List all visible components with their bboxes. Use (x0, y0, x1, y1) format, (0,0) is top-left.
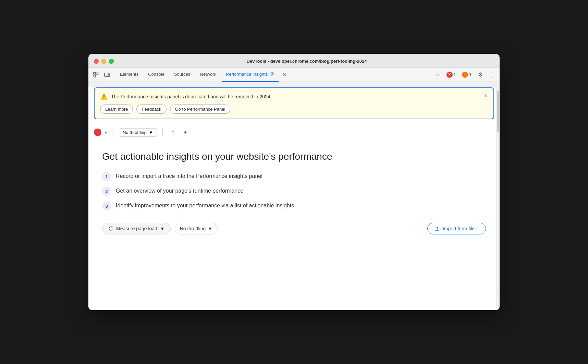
throttle2-dropdown[interactable]: No throttling ▼ (175, 223, 218, 234)
list-item: 2 Get an overview of your page's runtime… (102, 186, 486, 196)
step-number-1: 1 (102, 172, 111, 181)
window-title: DevTools - developer.chrome.com/blog/per… (119, 59, 494, 64)
banner-message-row: ⚠️ The Performance Insights panel is dep… (100, 93, 488, 100)
import-from-file-button[interactable]: Import from file... (427, 223, 486, 234)
banner-buttons-row: Learn more Feedback Go to Performance Pa… (100, 105, 488, 114)
error-icon: ✕ (446, 72, 453, 78)
toolbar-icon-group (91, 70, 112, 80)
more-tabs-icon[interactable]: » (433, 70, 442, 80)
error-count: 1 (454, 72, 456, 77)
error-badge-button[interactable]: ✕ 1 (444, 71, 458, 78)
import-export-buttons (168, 128, 190, 137)
learn-more-button[interactable]: Learn more (100, 105, 133, 114)
import-label: Import from file... (443, 226, 479, 231)
warning-icon: ! (462, 72, 468, 78)
warning-triangle-icon: ⚠️ (100, 93, 108, 100)
throttle2-label: No throttling (180, 226, 206, 231)
devtools-content-wrapper: ⚠️ The Performance Insights panel is dep… (88, 87, 500, 310)
measure-page-load-button[interactable]: Measure page load ▼ (102, 223, 171, 234)
step-number-2: 2 (102, 187, 111, 196)
svg-rect-2 (105, 73, 108, 76)
throttle-arrow-icon: ▼ (149, 130, 153, 135)
measure-arrow-icon: ▼ (160, 226, 165, 231)
devtools-window: DevTools - developer.chrome.com/blog/per… (88, 54, 500, 310)
maximize-button[interactable] (109, 59, 114, 64)
warning-badge-button[interactable]: ! 1 (460, 71, 474, 78)
step-text-2: Get an overview of your page's runtime p… (116, 186, 243, 195)
divider (113, 128, 113, 136)
minimize-button[interactable] (101, 59, 106, 64)
tab-console[interactable]: Console (144, 68, 169, 82)
tab-elements[interactable]: Elements (116, 68, 143, 82)
performance-insights-icon: ⚗ (270, 71, 274, 77)
banner-close-button[interactable]: × (482, 92, 490, 100)
banner-text: The Performance Insights panel is deprec… (111, 94, 272, 99)
toolbar-right-group: » ✕ 1 ! 1 ⚙ ⋮ (433, 70, 497, 80)
svg-rect-3 (108, 74, 110, 76)
bottom-controls: Measure page load ▼ No throttling ▼ Impo… (102, 223, 486, 234)
record-button[interactable] (94, 129, 101, 136)
recording-bar: ▼ No throttling ▼ (88, 125, 500, 140)
devtools-content: ⚠️ The Performance Insights panel is dep… (88, 87, 500, 310)
tab-sources[interactable]: Sources (170, 68, 195, 82)
measure-label: Measure page load (116, 226, 157, 231)
list-item: 3 Identify improvements to your performa… (102, 201, 486, 210)
download-icon[interactable] (181, 128, 190, 137)
close-panel-icon[interactable]: ✕ (280, 70, 290, 80)
list-item: 1 Record or import a trace into the Perf… (102, 172, 486, 181)
main-content: Get actionable insights on your website'… (88, 140, 500, 245)
upload-icon[interactable] (168, 128, 178, 137)
tab-network[interactable]: Network (196, 68, 221, 82)
steps-list: 1 Record or import a trace into the Perf… (102, 172, 486, 210)
throttle-dropdown[interactable]: No throttling ▼ (119, 128, 157, 137)
deprecation-banner: ⚠️ The Performance Insights panel is dep… (94, 87, 494, 119)
page-title: Get actionable insights on your website'… (102, 151, 486, 162)
close-button[interactable] (94, 59, 99, 64)
inspect-element-icon[interactable] (91, 70, 101, 80)
step-text-3: Identify improvements to your performanc… (116, 201, 294, 210)
traffic-lights (94, 59, 114, 64)
step-number-3: 3 (102, 202, 111, 210)
go-to-performance-panel-button[interactable]: Go to Performance Panel (170, 105, 231, 114)
divider2 (162, 128, 163, 136)
record-dropdown-arrow[interactable]: ▼ (104, 131, 108, 134)
feedback-button[interactable]: Feedback (136, 105, 166, 114)
warning-count: 1 (469, 72, 471, 77)
devtools-toolbar: Elements Console Sources Network Perform… (88, 68, 500, 82)
step-text-1: Record or import a trace into the Perfor… (116, 172, 262, 181)
refresh-icon (108, 226, 113, 231)
import-icon (434, 226, 440, 231)
throttle2-arrow-icon: ▼ (208, 226, 212, 231)
more-options-icon[interactable]: ⋮ (487, 70, 497, 80)
titlebar: DevTools - developer.chrome.com/blog/per… (88, 54, 500, 68)
tab-performance-insights[interactable]: Performance insights ⚗ (222, 68, 279, 82)
svg-rect-0 (94, 72, 96, 74)
settings-icon[interactable]: ⚙ (476, 70, 485, 80)
device-toggle-icon[interactable] (102, 70, 112, 80)
throttle-label: No throttling (123, 130, 147, 135)
svg-rect-1 (96, 72, 98, 74)
